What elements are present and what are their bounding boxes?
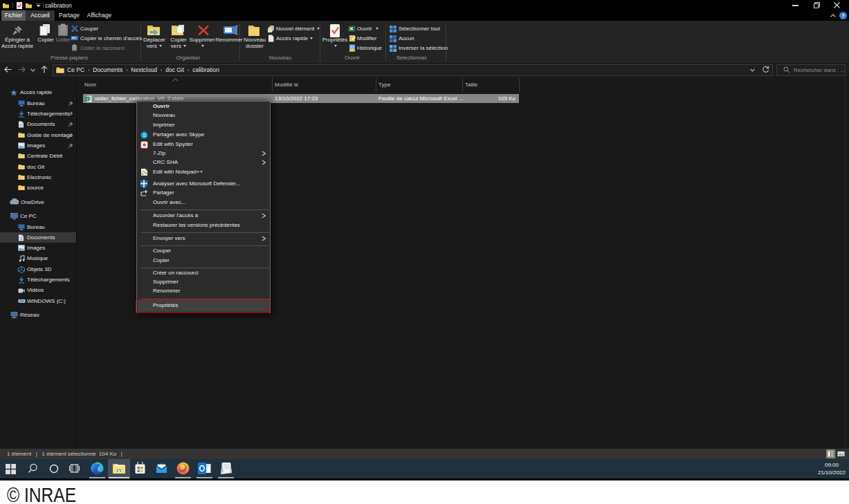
svg-text:S: S	[143, 133, 146, 138]
